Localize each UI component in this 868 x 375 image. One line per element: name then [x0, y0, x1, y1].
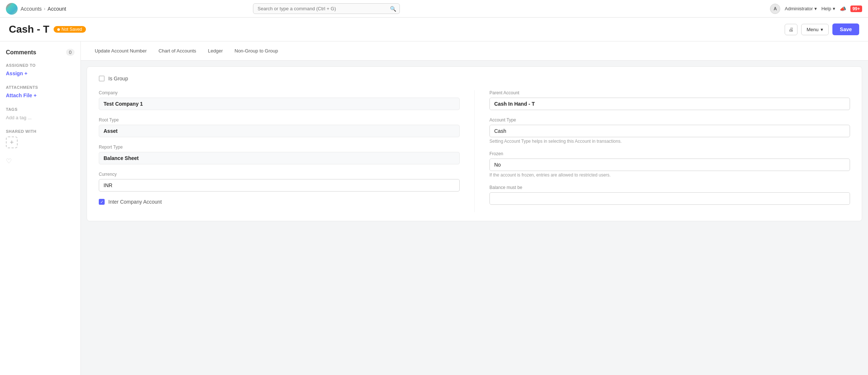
- root-type-field: Root Type Asset: [99, 117, 460, 137]
- form-grid: Company Test Company 1 Root Type Asset R…: [99, 90, 850, 212]
- content-area: Update Account Number Chart of Accounts …: [81, 41, 868, 375]
- account-type-input[interactable]: [489, 125, 850, 137]
- form-left-col: Company Test Company 1 Root Type Asset R…: [99, 90, 474, 212]
- notifications-icon[interactable]: 📣: [840, 6, 846, 12]
- breadcrumb-account: Account: [48, 6, 66, 12]
- shared-with-section: SHARED WITH +: [6, 129, 75, 148]
- account-type-label: Account Type: [489, 117, 850, 123]
- assign-link[interactable]: Assign +: [6, 70, 28, 76]
- currency-input[interactable]: [99, 179, 460, 192]
- comments-count: 0: [66, 49, 75, 56]
- company-field: Company Test Company 1: [99, 90, 460, 110]
- currency-label: Currency: [99, 172, 460, 177]
- shared-with-label: SHARED WITH: [6, 129, 75, 134]
- report-type-value: Balance Sheet: [99, 152, 460, 164]
- is-group-row: Is Group: [99, 76, 850, 81]
- account-type-hint: Setting Account Type helps in selecting …: [489, 139, 850, 144]
- not-saved-dot: [57, 28, 60, 31]
- parent-account-field: Parent Account: [489, 90, 850, 110]
- admin-menu-button[interactable]: Administrator ▾: [785, 6, 817, 11]
- frozen-label: Frozen: [489, 151, 850, 156]
- is-group-label: Is Group: [108, 76, 128, 81]
- company-label: Company: [99, 90, 460, 95]
- search-bar: 🔍: [253, 3, 400, 14]
- attachments-label: ATTACHMENTS: [6, 85, 75, 90]
- print-button[interactable]: 🖨: [785, 24, 798, 35]
- assigned-to-section: ASSIGNED TO Assign +: [6, 63, 75, 76]
- help-button[interactable]: Help ▾: [821, 6, 835, 11]
- page-header: Cash - T Not Saved 🖨 Menu ▾ Save: [0, 18, 868, 41]
- breadcrumb-sep-1: ›: [44, 6, 46, 11]
- main-layout: Comments 0 ASSIGNED TO Assign + ATTACHME…: [0, 41, 868, 375]
- page-title-area: Cash - T Not Saved: [9, 23, 86, 35]
- header-actions: 🖨 Menu ▾ Save: [785, 23, 859, 35]
- chevron-down-icon: ▾: [833, 6, 835, 11]
- notification-badge[interactable]: 99+: [850, 6, 862, 12]
- root-type-value: Asset: [99, 125, 460, 137]
- root-type-label: Root Type: [99, 117, 460, 123]
- print-icon: 🖨: [789, 27, 793, 32]
- balance-must-be-field: Balance must be: [489, 185, 850, 205]
- comments-row: Comments 0: [6, 49, 75, 56]
- chart-of-accounts-button[interactable]: Chart of Accounts: [153, 45, 202, 57]
- sidebar: Comments 0 ASSIGNED TO Assign + ATTACHME…: [0, 41, 81, 375]
- report-type-field: Report Type Balance Sheet: [99, 145, 460, 164]
- page-title: Cash - T: [9, 23, 49, 35]
- company-value: Test Company 1: [99, 98, 460, 110]
- menu-button[interactable]: Menu ▾: [801, 24, 829, 35]
- account-form: Is Group Company Test Company 1 Root Typ…: [87, 66, 862, 221]
- inter-company-checkbox[interactable]: ✓: [99, 199, 105, 205]
- search-icon: 🔍: [390, 6, 396, 12]
- assigned-to-label: ASSIGNED TO: [6, 63, 75, 68]
- tags-label: TAGS: [6, 107, 75, 112]
- app-logo[interactable]: [6, 3, 18, 15]
- ledger-button[interactable]: Ledger: [203, 45, 228, 57]
- favorite-icon[interactable]: ♡: [6, 157, 12, 165]
- breadcrumb-accounts[interactable]: Accounts: [21, 6, 42, 12]
- currency-field: Currency: [99, 172, 460, 192]
- frozen-input[interactable]: [489, 159, 850, 171]
- chevron-down-icon: ▾: [821, 27, 823, 32]
- toolbar: Update Account Number Chart of Accounts …: [81, 41, 868, 61]
- top-nav: Accounts › Account 🔍 A Administrator ▾ H…: [0, 0, 868, 18]
- report-type-label: Report Type: [99, 145, 460, 150]
- non-group-to-group-button[interactable]: Non-Group to Group: [229, 45, 283, 57]
- attach-file-link[interactable]: Attach File +: [6, 92, 37, 98]
- add-shared-user-button[interactable]: +: [6, 136, 18, 148]
- comments-label: Comments: [6, 49, 36, 56]
- chevron-down-icon: ▾: [814, 6, 817, 11]
- avatar[interactable]: A: [770, 4, 780, 14]
- balance-must-be-label: Balance must be: [489, 185, 850, 190]
- update-account-number-button[interactable]: Update Account Number: [90, 45, 152, 57]
- not-saved-badge: Not Saved: [54, 26, 86, 33]
- save-button[interactable]: Save: [832, 23, 859, 35]
- form-right-col: Parent Account Account Type Setting Acco…: [474, 90, 850, 212]
- nav-right: A Administrator ▾ Help ▾ 📣 99+: [770, 4, 862, 14]
- parent-account-label: Parent Account: [489, 90, 850, 95]
- attachments-section: ATTACHMENTS Attach File +: [6, 85, 75, 98]
- inter-company-label: Inter Company Account: [108, 199, 162, 205]
- add-tag-link[interactable]: Add a tag ...: [6, 115, 32, 120]
- balance-must-be-input[interactable]: [489, 192, 850, 205]
- account-type-field: Account Type Setting Account Type helps …: [489, 117, 850, 144]
- frozen-hint: If the account is frozen, entries are al…: [489, 172, 850, 178]
- is-group-checkbox[interactable]: [99, 76, 105, 81]
- search-input[interactable]: [253, 3, 400, 14]
- parent-account-input[interactable]: [489, 98, 850, 110]
- tags-section: TAGS Add a tag ...: [6, 107, 75, 120]
- inter-company-row: ✓ Inter Company Account: [99, 199, 460, 205]
- breadcrumb: Accounts › Account: [21, 6, 66, 12]
- frozen-field: Frozen If the account is frozen, entries…: [489, 151, 850, 178]
